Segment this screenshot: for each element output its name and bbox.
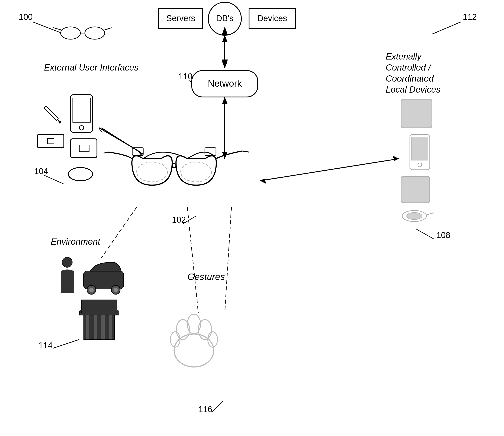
svg-point-1 — [61, 27, 81, 39]
svg-line-72 — [225, 207, 231, 313]
right-tablet-bottom — [401, 176, 430, 203]
svg-marker-45 — [260, 179, 266, 184]
dbs-label: DB's — [216, 14, 233, 23]
diagram-container: 100 Servers DB's Devices — [0, 0, 504, 436]
svg-rect-33 — [205, 148, 216, 155]
svg-point-52 — [89, 288, 94, 292]
svg-line-26 — [99, 128, 141, 153]
ar-glasses-main — [104, 148, 249, 185]
svg-rect-60 — [101, 315, 105, 339]
svg-point-2 — [85, 27, 105, 39]
svg-rect-35 — [401, 99, 432, 128]
svg-rect-15 — [71, 95, 93, 132]
svg-line-41 — [426, 213, 434, 215]
svg-line-42 — [416, 229, 434, 239]
externally-controlled-label3: Coordinated — [386, 74, 434, 83]
externally-controlled-label4: Local Devices — [386, 85, 441, 94]
svg-rect-58 — [86, 315, 89, 339]
svg-line-71 — [187, 207, 198, 313]
svg-rect-37 — [412, 137, 428, 160]
svg-line-63 — [101, 207, 137, 258]
servers-label: Servers — [166, 14, 195, 23]
svg-point-22 — [68, 168, 93, 181]
svg-line-62 — [53, 339, 79, 348]
tablet-icon — [71, 139, 97, 158]
gestures-label: Gestures — [187, 272, 225, 282]
svg-marker-11 — [222, 97, 227, 104]
svg-point-53 — [114, 288, 118, 292]
pebble-icon — [68, 168, 93, 181]
svg-rect-19 — [79, 145, 89, 152]
ref-108: 108 — [436, 231, 450, 240]
svg-point-31 — [172, 164, 176, 167]
svg-line-23 — [44, 175, 64, 184]
svg-line-0 — [33, 22, 62, 33]
vr-glasses-right — [402, 210, 434, 221]
svg-marker-76 — [222, 62, 227, 68]
gesture-paw-icon — [170, 314, 217, 367]
ref-116: 116 — [198, 405, 212, 414]
stylus-icon — [44, 106, 62, 124]
svg-rect-61 — [109, 315, 112, 339]
svg-line-7 — [432, 22, 461, 34]
svg-marker-44 — [393, 156, 399, 161]
externally-controlled-label2: Controlled / — [386, 63, 432, 72]
building-icon — [79, 300, 119, 339]
environment-label: Environment — [51, 237, 100, 246]
glasses-icon-small — [53, 27, 112, 39]
svg-rect-13 — [44, 106, 58, 121]
ref-110: 110 — [179, 72, 192, 81]
svg-rect-20 — [37, 135, 64, 148]
car-icon — [84, 262, 123, 294]
svg-rect-59 — [94, 315, 97, 339]
svg-rect-18 — [71, 139, 97, 158]
svg-line-4 — [53, 27, 61, 30]
svg-point-47 — [62, 257, 72, 267]
smartphone-right — [410, 135, 430, 170]
smartphone-icon-left — [71, 95, 93, 132]
network-label: Network — [208, 78, 242, 89]
svg-point-30 — [181, 162, 212, 182]
svg-point-29 — [137, 162, 168, 182]
svg-point-17 — [79, 126, 84, 130]
svg-rect-21 — [47, 138, 54, 144]
devices-label: Devices — [257, 14, 287, 23]
svg-point-40 — [407, 212, 422, 219]
ref-112-top: 112 — [463, 12, 477, 22]
small-device-icon — [37, 135, 64, 148]
externally-controlled-label: Extenally — [386, 52, 422, 61]
ref-114: 114 — [39, 341, 53, 350]
svg-line-70 — [212, 401, 223, 412]
svg-line-43 — [260, 159, 399, 181]
ref-104: 104 — [34, 167, 48, 176]
svg-rect-16 — [73, 98, 90, 122]
person-icon — [61, 257, 74, 293]
svg-marker-75 — [222, 35, 227, 42]
svg-point-38 — [418, 163, 422, 167]
external-user-interfaces-label: External User Interfaces — [44, 63, 139, 72]
ref-100: 100 — [19, 12, 33, 22]
